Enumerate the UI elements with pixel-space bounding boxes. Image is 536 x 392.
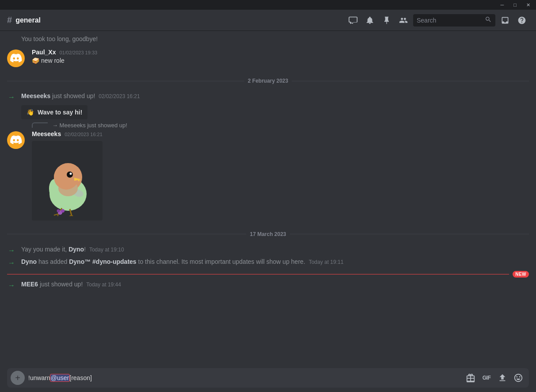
channel-header: # general [0, 10, 536, 31]
chat-prefix: !unwarn [28, 374, 50, 381]
svg-point-20 [57, 209, 60, 212]
notifications-icon[interactable] [363, 13, 377, 27]
help-icon[interactable] [515, 13, 529, 27]
chat-input-wrapper: + !unwarn @user [reason] GIF [7, 368, 529, 388]
svg-point-14 [54, 165, 79, 190]
gift-icon[interactable] [464, 371, 478, 385]
members-icon[interactable] [396, 13, 411, 27]
date-divider-line-right [292, 81, 529, 81]
date-divider-mar17: 17 March 2023 [0, 224, 536, 244]
mee6-name: MEE6 [21, 281, 38, 288]
message-content-meeseeks: Meeseeks 02/02/2023 16:21 [32, 130, 529, 221]
search-icon [485, 16, 492, 24]
message-group-meeseeks: Meeseeks 02/02/2023 16:21 [0, 130, 536, 222]
avatar-meeseeks [7, 131, 25, 149]
date-line-left-mar [7, 234, 246, 234]
date-divider-line-left [7, 81, 244, 81]
mee6-action: just showed up! [40, 281, 83, 288]
arrow-dyno-added: → [7, 259, 16, 267]
messages-area: You took too long, goodbye! Paul_Xx 01/0… [0, 31, 536, 364]
message-group-paul: Paul_Xx 01/02/2023 19:33 🥪 new role [0, 47, 536, 69]
arrow-mee6: → [7, 282, 16, 289]
message-header-paul: Paul_Xx 01/02/2023 19:33 [32, 49, 529, 56]
maximize-button[interactable]: □ [511, 1, 519, 8]
bird-image [32, 141, 103, 221]
svg-point-16 [70, 172, 72, 175]
msg-text-paul: 🥪 new role [32, 57, 529, 65]
join-username: Meeseeks [21, 92, 50, 99]
add-attachment-button[interactable]: + [11, 371, 25, 385]
dyno-channel-ref: Dyno™ #dyno-updates [69, 258, 136, 265]
chat-input-content[interactable]: !unwarn @user [reason] [28, 374, 460, 381]
mee6-timestamp: Today at 19:44 [86, 282, 121, 288]
minimize-button[interactable]: ─ [498, 1, 506, 8]
arrow-dyno-welcome: → [7, 247, 16, 255]
svg-line-11 [72, 215, 74, 216]
emoji-icon[interactable] [511, 371, 525, 385]
search-input[interactable] [417, 17, 482, 24]
dyno-name: Dyno [21, 258, 37, 265]
channel-title: # general [7, 15, 41, 25]
system-message-dyno-welcome: → Yay you made it, Dyno! Today at 19:10 [0, 244, 536, 257]
message-header-meeseeks: Meeseeks 02/02/2023 16:21 [32, 130, 529, 137]
join-timestamp: 02/02/2023 16:21 [99, 93, 140, 99]
system-join-text: Meeseeks just showed up! 02/02/2023 16:2… [21, 92, 140, 99]
dyno-added-mid: has added [38, 258, 69, 265]
date-divider-feb2: 2 February 2023 [0, 71, 536, 91]
gif-icon[interactable]: GIF [479, 371, 494, 385]
new-message-divider: NEW [0, 269, 536, 279]
message-content-paul: Paul_Xx 01/02/2023 19:33 🥪 new role [32, 49, 529, 67]
chat-at-user: @user [50, 374, 69, 381]
chat-suffix: [reason] [69, 374, 92, 381]
reply-text: → Meeseeks just showed up! [52, 122, 127, 129]
date-line-right-mar [290, 234, 529, 234]
dyno-username: Dyno [68, 246, 84, 253]
dyno-added-text: Dyno has added Dyno™ #dyno-updates to th… [21, 258, 343, 266]
chat-right-icons: GIF [464, 371, 525, 385]
system-message-content: Meeseeks just showed up! 02/02/2023 16:2… [21, 92, 140, 119]
system-message-mee6: → MEE6 just showed up! Today at 19:44 [0, 279, 536, 292]
pinned-icon[interactable] [380, 13, 394, 27]
reply-line [32, 122, 48, 128]
channel-hash-icon: # [7, 15, 12, 25]
msg-username-paul: Paul_Xx [32, 49, 56, 56]
dyno-added-end: to this channel. Its most important upda… [138, 258, 305, 265]
inbox-icon[interactable] [498, 13, 512, 27]
new-badge: NEW [513, 271, 529, 278]
upload-icon[interactable] [495, 371, 509, 385]
new-msg-line [7, 274, 509, 274]
svg-line-10 [68, 215, 72, 216]
avatar-paul [7, 49, 25, 67]
dyno-welcome-text: Yay you made it, Dyno! Today at 19:10 [21, 245, 124, 254]
wave-button[interactable]: 👋 Wave to say hi! [21, 105, 87, 119]
titlebar: ─ □ ✕ [0, 0, 536, 10]
reply-reference: → Meeseeks just showed up! [7, 122, 529, 129]
channel-name: general [15, 16, 41, 24]
join-action: just showed up! [52, 92, 95, 99]
header-icons [346, 13, 529, 27]
msg-timestamp-meeseeks: 02/02/2023 16:21 [65, 132, 103, 137]
mee6-text: MEE6 just showed up! Today at 19:44 [21, 280, 121, 289]
join-arrow-icon: → [7, 93, 16, 101]
wave-label: Wave to say hi! [38, 109, 82, 116]
system-message-dyno-added: → Dyno has added Dyno™ #dyno-updates to … [0, 257, 536, 269]
close-button[interactable]: ✕ [524, 1, 532, 9]
msg-timestamp-paul: 01/02/2023 19:33 [59, 50, 97, 55]
wave-emoji: 👋 [27, 109, 34, 116]
date-text-mar: 17 March 2023 [250, 231, 286, 237]
date-divider-text: 2 February 2023 [248, 78, 288, 84]
svg-point-15 [67, 171, 73, 178]
threads-icon[interactable] [346, 13, 360, 27]
reply-ref-container: → Meeseeks just showed up! [0, 120, 536, 130]
svg-point-19 [61, 209, 65, 213]
dyno-welcome-timestamp: Today at 19:10 [89, 247, 124, 253]
system-message-goodbye: You took too long, goodbye! [0, 34, 536, 47]
chat-input-area: + !unwarn @user [reason] GIF [0, 364, 536, 392]
dyno-added-timestamp: Today at 19:11 [309, 259, 344, 265]
system-message-meeseeks-join: → Meeseeks just showed up! 02/02/2023 16… [0, 91, 536, 120]
search-bar[interactable] [413, 14, 495, 27]
system-message-text: You took too long, goodbye! [21, 35, 98, 42]
msg-username-meeseeks: Meeseeks [32, 130, 61, 137]
